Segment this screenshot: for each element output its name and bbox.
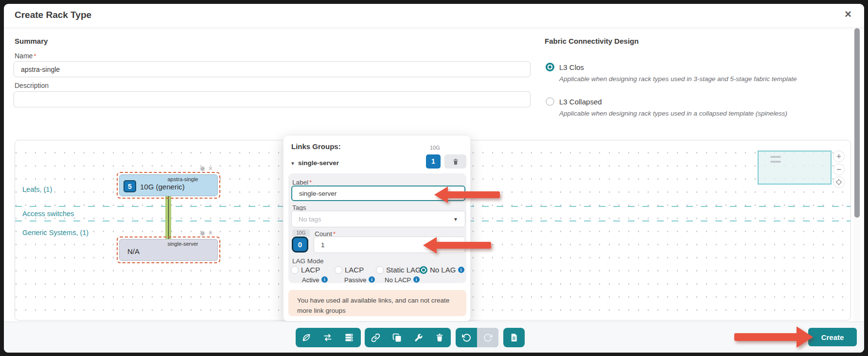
leaf-port-badge: 5: [124, 180, 136, 192]
description-label: Description: [15, 82, 49, 89]
leaf-node-label: 10G (generic): [140, 183, 185, 191]
generic-node-name: single-server: [149, 241, 217, 247]
radio-lacp-passive[interactable]: [335, 266, 342, 274]
toolbar-group-add: [296, 328, 361, 347]
speed-column-header: 10G: [430, 145, 440, 151]
required-marker: *: [34, 52, 36, 60]
leaf-icon[interactable]: [296, 328, 317, 347]
toolbar-group-history: [456, 328, 498, 347]
row-label-generic: Generic Systems, (1): [22, 229, 89, 237]
link-icon[interactable]: [365, 328, 386, 347]
info-icon[interactable]: i: [369, 276, 375, 283]
undo-icon[interactable]: [456, 328, 477, 347]
link-count-badge: 1: [426, 154, 441, 169]
tags-field-label: Tags: [292, 204, 306, 211]
info-icon[interactable]: i: [321, 276, 328, 283]
minimap-node: [770, 161, 781, 163]
link-group-name: single-server: [298, 159, 339, 167]
row-label-leafs: Leafs, (1): [22, 186, 52, 193]
close-icon[interactable]: ×: [840, 7, 856, 22]
info-icon[interactable]: i: [458, 267, 464, 273]
tags-placeholder: No tags: [299, 216, 321, 223]
leaf-node-name: apstra-single: [149, 176, 217, 182]
description-input[interactable]: [14, 91, 531, 107]
l3-clos-description: Applicable when designing rack types use…: [559, 75, 797, 83]
minimap[interactable]: [758, 151, 832, 185]
toolbar-group-edit: [365, 328, 451, 347]
link-leaf-to-server[interactable]: [165, 194, 171, 240]
page-title: Create Rack Type: [15, 10, 91, 20]
port-count-badge[interactable]: 0: [292, 237, 308, 253]
radio-no-lag-label[interactable]: No LAG i: [430, 266, 464, 274]
static-lag-sub: No LACP i: [385, 275, 420, 284]
toolbar-group-report: [503, 328, 525, 347]
annotation-arrow-create-button: [734, 326, 813, 348]
lacp-active-sub: Active i: [302, 275, 328, 284]
generic-node[interactable]: single-server N/A: [119, 239, 218, 261]
link-group-toggle[interactable]: ▼single-server: [290, 158, 339, 167]
annotation-arrow-count-field: [423, 237, 491, 254]
create-button[interactable]: Create: [808, 328, 857, 346]
lag-mode-label: LAG Mode: [292, 257, 324, 265]
links-groups-popup: Links Groups: 10G ▼single-server 1 Label…: [283, 135, 471, 322]
row-label-access: Access switches: [22, 210, 74, 218]
fit-view-button[interactable]: [833, 176, 845, 188]
zoom-out-button[interactable]: −: [833, 164, 845, 175]
create-rack-type-dialog: Create Rack Type × Summary Name* Descrip…: [0, 0, 868, 356]
port-speed-chip: 10G: [292, 229, 310, 237]
links-warning-message: You have used all available links, and c…: [288, 290, 466, 316]
delete-link-group-button[interactable]: [444, 154, 466, 169]
radio-l3-collapsed[interactable]: [546, 97, 554, 106]
info-icon[interactable]: i: [413, 276, 420, 283]
links-groups-heading: Links Groups:: [291, 142, 341, 151]
radio-lacp-active[interactable]: [291, 266, 299, 274]
annotation-arrow-label-field: [434, 186, 500, 203]
radio-l3-collapsed-label[interactable]: L3 Collapsed: [559, 98, 602, 106]
radio-l3-clos-label[interactable]: L3 Clos: [559, 63, 584, 71]
delete-node-icon[interactable]: ×: [209, 229, 213, 237]
radio-lacp-active-label[interactable]: LACP: [301, 266, 320, 274]
redo-icon: [477, 328, 498, 347]
scrollbar-thumb[interactable]: [854, 28, 860, 218]
name-label: Name*: [15, 51, 36, 60]
minimap-node: [770, 156, 781, 158]
radio-static-lag[interactable]: [376, 266, 384, 274]
summary-heading: Summary: [15, 37, 48, 45]
trash-icon[interactable]: [429, 328, 450, 347]
fabric-heading: Fabric Connectivity Design: [545, 37, 638, 45]
tags-select[interactable]: No tags ▼: [291, 211, 465, 227]
radio-no-lag[interactable]: [420, 266, 427, 274]
leaf-node[interactable]: apstra-single 5 10G (generic): [119, 174, 218, 196]
chevron-down-icon: ▼: [290, 161, 295, 166]
wrench-icon[interactable]: [407, 328, 429, 347]
zoom-in-button[interactable]: +: [833, 151, 845, 162]
file-icon[interactable]: [503, 328, 525, 347]
l3-collapsed-description: Applicable when designing rack types use…: [559, 110, 787, 117]
header-divider: [4, 28, 864, 28]
generic-node-label: N/A: [127, 247, 140, 255]
radio-l3-clos[interactable]: [546, 63, 554, 71]
server-stack-icon[interactable]: [338, 328, 360, 347]
copy-icon[interactable]: [386, 328, 407, 347]
radio-lacp-passive-label[interactable]: LACP: [345, 266, 364, 274]
delete-node-icon[interactable]: ×: [209, 165, 213, 172]
name-input[interactable]: [14, 61, 531, 77]
swap-arrows-icon[interactable]: [317, 328, 338, 347]
radio-static-lag-label[interactable]: Static LAG: [386, 266, 421, 274]
lacp-passive-sub: Passive i: [344, 275, 375, 284]
chevron-down-icon: ▼: [453, 217, 458, 222]
